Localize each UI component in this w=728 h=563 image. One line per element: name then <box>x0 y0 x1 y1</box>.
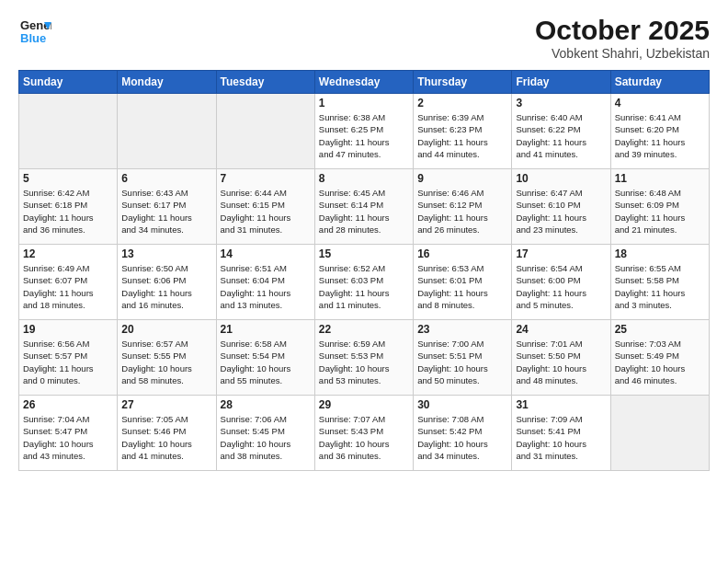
calendar-cell: 15Sunrise: 6:52 AM Sunset: 6:03 PM Dayli… <box>314 245 413 320</box>
calendar-cell: 4Sunrise: 6:41 AM Sunset: 6:20 PM Daylig… <box>610 94 709 169</box>
calendar-header-row: SundayMondayTuesdayWednesdayThursdayFrid… <box>19 71 710 94</box>
day-number: 3 <box>516 97 606 109</box>
day-info: Sunrise: 7:07 AM Sunset: 5:43 PM Dayligh… <box>319 413 409 462</box>
calendar-cell <box>19 94 118 169</box>
svg-text:Blue: Blue <box>20 31 46 45</box>
day-info: Sunrise: 6:39 AM Sunset: 6:23 PM Dayligh… <box>417 111 507 160</box>
logo-icon: General Blue <box>18 15 51 48</box>
calendar-cell: 20Sunrise: 6:57 AM Sunset: 5:55 PM Dayli… <box>118 320 216 396</box>
day-info: Sunrise: 6:52 AM Sunset: 6:03 PM Dayligh… <box>319 262 409 311</box>
day-info: Sunrise: 7:09 AM Sunset: 5:41 PM Dayligh… <box>516 413 606 462</box>
calendar-cell: 12Sunrise: 6:49 AM Sunset: 6:07 PM Dayli… <box>19 245 118 320</box>
calendar-week-row: 19Sunrise: 6:56 AM Sunset: 5:57 PM Dayli… <box>19 320 710 396</box>
day-number: 31 <box>516 398 606 411</box>
calendar-week-row: 12Sunrise: 6:49 AM Sunset: 6:07 PM Dayli… <box>19 245 710 320</box>
day-number: 26 <box>23 398 113 411</box>
col-header-friday: Friday <box>512 71 610 94</box>
calendar-cell: 13Sunrise: 6:50 AM Sunset: 6:06 PM Dayli… <box>118 245 216 320</box>
day-number: 13 <box>121 247 211 260</box>
day-number: 10 <box>516 172 606 185</box>
day-info: Sunrise: 7:08 AM Sunset: 5:42 PM Dayligh… <box>417 413 507 462</box>
day-number: 12 <box>23 247 113 260</box>
location-subtitle: Vobkent Shahri, Uzbekistan <box>535 46 710 61</box>
day-info: Sunrise: 6:40 AM Sunset: 6:22 PM Dayligh… <box>516 111 606 160</box>
calendar-cell: 17Sunrise: 6:54 AM Sunset: 6:00 PM Dayli… <box>512 245 610 320</box>
day-number: 29 <box>319 398 409 411</box>
day-number: 7 <box>221 172 311 185</box>
header: General Blue October 2025 Vobkent Shahri… <box>18 15 710 61</box>
day-number: 9 <box>417 172 507 185</box>
day-number: 17 <box>516 247 606 260</box>
day-info: Sunrise: 7:04 AM Sunset: 5:47 PM Dayligh… <box>23 413 113 462</box>
day-info: Sunrise: 7:05 AM Sunset: 5:46 PM Dayligh… <box>121 413 211 462</box>
calendar-cell: 2Sunrise: 6:39 AM Sunset: 6:23 PM Daylig… <box>414 94 512 169</box>
day-number: 19 <box>23 323 113 336</box>
day-number: 28 <box>221 398 311 411</box>
day-number: 8 <box>319 172 409 185</box>
day-info: Sunrise: 6:47 AM Sunset: 6:10 PM Dayligh… <box>516 187 606 236</box>
day-info: Sunrise: 7:06 AM Sunset: 5:45 PM Dayligh… <box>221 413 311 462</box>
calendar-cell: 30Sunrise: 7:08 AM Sunset: 5:42 PM Dayli… <box>414 396 512 471</box>
day-info: Sunrise: 6:55 AM Sunset: 5:58 PM Dayligh… <box>615 262 705 311</box>
day-number: 16 <box>417 247 507 260</box>
calendar-cell: 26Sunrise: 7:04 AM Sunset: 5:47 PM Dayli… <box>19 396 118 471</box>
calendar-week-row: 5Sunrise: 6:42 AM Sunset: 6:18 PM Daylig… <box>19 169 710 245</box>
day-info: Sunrise: 6:48 AM Sunset: 6:09 PM Dayligh… <box>615 187 705 236</box>
calendar-cell: 5Sunrise: 6:42 AM Sunset: 6:18 PM Daylig… <box>19 169 118 245</box>
calendar-cell: 7Sunrise: 6:44 AM Sunset: 6:15 PM Daylig… <box>216 169 314 245</box>
logo: General Blue <box>18 15 51 48</box>
calendar-cell: 9Sunrise: 6:46 AM Sunset: 6:12 PM Daylig… <box>414 169 512 245</box>
calendar-cell: 18Sunrise: 6:55 AM Sunset: 5:58 PM Dayli… <box>610 245 709 320</box>
day-info: Sunrise: 6:54 AM Sunset: 6:00 PM Dayligh… <box>516 262 606 311</box>
day-number: 30 <box>417 398 507 411</box>
day-info: Sunrise: 6:56 AM Sunset: 5:57 PM Dayligh… <box>23 338 113 386</box>
day-info: Sunrise: 6:59 AM Sunset: 5:53 PM Dayligh… <box>319 338 409 386</box>
day-number: 23 <box>417 323 507 336</box>
calendar-cell: 27Sunrise: 7:05 AM Sunset: 5:46 PM Dayli… <box>118 396 216 471</box>
calendar-cell: 10Sunrise: 6:47 AM Sunset: 6:10 PM Dayli… <box>512 169 610 245</box>
day-info: Sunrise: 6:49 AM Sunset: 6:07 PM Dayligh… <box>23 262 113 311</box>
col-header-tuesday: Tuesday <box>216 71 314 94</box>
page: General Blue October 2025 Vobkent Shahri… <box>0 0 728 563</box>
day-number: 22 <box>319 323 409 336</box>
day-info: Sunrise: 7:03 AM Sunset: 5:49 PM Dayligh… <box>615 338 705 386</box>
calendar-cell: 24Sunrise: 7:01 AM Sunset: 5:50 PM Dayli… <box>512 320 610 396</box>
calendar-cell: 1Sunrise: 6:38 AM Sunset: 6:25 PM Daylig… <box>314 94 413 169</box>
day-number: 11 <box>615 172 705 185</box>
calendar-cell <box>216 94 314 169</box>
col-header-saturday: Saturday <box>610 71 709 94</box>
title-block: October 2025 Vobkent Shahri, Uzbekistan <box>535 15 710 61</box>
col-header-wednesday: Wednesday <box>314 71 413 94</box>
day-number: 27 <box>121 398 211 411</box>
day-info: Sunrise: 6:43 AM Sunset: 6:17 PM Dayligh… <box>121 187 211 236</box>
calendar-cell: 28Sunrise: 7:06 AM Sunset: 5:45 PM Dayli… <box>216 396 314 471</box>
calendar-week-row: 26Sunrise: 7:04 AM Sunset: 5:47 PM Dayli… <box>19 396 710 471</box>
day-number: 5 <box>23 172 113 185</box>
calendar-cell: 19Sunrise: 6:56 AM Sunset: 5:57 PM Dayli… <box>19 320 118 396</box>
day-info: Sunrise: 7:01 AM Sunset: 5:50 PM Dayligh… <box>516 338 606 386</box>
day-info: Sunrise: 6:57 AM Sunset: 5:55 PM Dayligh… <box>121 338 211 386</box>
day-number: 25 <box>615 323 705 336</box>
col-header-sunday: Sunday <box>19 71 118 94</box>
day-info: Sunrise: 6:53 AM Sunset: 6:01 PM Dayligh… <box>417 262 507 311</box>
month-title: October 2025 <box>535 15 710 46</box>
day-number: 4 <box>615 97 705 109</box>
calendar-cell: 29Sunrise: 7:07 AM Sunset: 5:43 PM Dayli… <box>314 396 413 471</box>
calendar-cell <box>118 94 216 169</box>
calendar-cell: 16Sunrise: 6:53 AM Sunset: 6:01 PM Dayli… <box>414 245 512 320</box>
calendar-cell: 6Sunrise: 6:43 AM Sunset: 6:17 PM Daylig… <box>118 169 216 245</box>
calendar-cell <box>610 396 709 471</box>
day-info: Sunrise: 7:00 AM Sunset: 5:51 PM Dayligh… <box>417 338 507 386</box>
day-number: 20 <box>121 323 211 336</box>
calendar-cell: 14Sunrise: 6:51 AM Sunset: 6:04 PM Dayli… <box>216 245 314 320</box>
day-number: 15 <box>319 247 409 260</box>
calendar-week-row: 1Sunrise: 6:38 AM Sunset: 6:25 PM Daylig… <box>19 94 710 169</box>
day-info: Sunrise: 6:41 AM Sunset: 6:20 PM Dayligh… <box>615 111 705 160</box>
day-number: 21 <box>221 323 311 336</box>
day-info: Sunrise: 6:50 AM Sunset: 6:06 PM Dayligh… <box>121 262 211 311</box>
day-info: Sunrise: 6:46 AM Sunset: 6:12 PM Dayligh… <box>417 187 507 236</box>
calendar-table: SundayMondayTuesdayWednesdayThursdayFrid… <box>18 70 710 471</box>
calendar-cell: 22Sunrise: 6:59 AM Sunset: 5:53 PM Dayli… <box>314 320 413 396</box>
day-info: Sunrise: 6:42 AM Sunset: 6:18 PM Dayligh… <box>23 187 113 236</box>
calendar-cell: 3Sunrise: 6:40 AM Sunset: 6:22 PM Daylig… <box>512 94 610 169</box>
